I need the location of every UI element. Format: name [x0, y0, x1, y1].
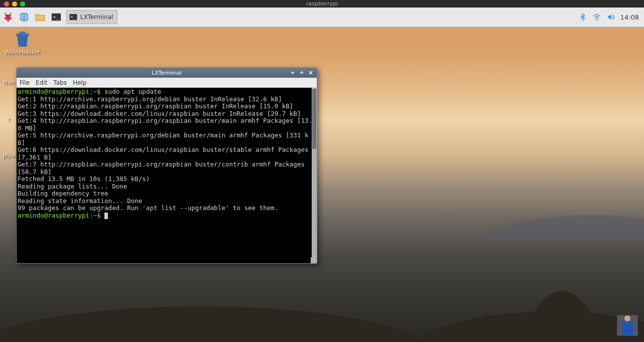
svg-point-1: [8, 15, 11, 18]
svg-point-14: [596, 20, 597, 21]
bluetooth-icon: [579, 13, 587, 21]
bluetooth-tray-icon[interactable]: [578, 13, 587, 22]
terminal-icon: >_: [68, 12, 78, 22]
terminal-command: sudo apt update: [104, 88, 161, 95]
wifi-tray-icon[interactable]: [592, 13, 601, 22]
terminal-window[interactable]: LXTerminal File Edit Tabs Help armindo@r…: [16, 67, 317, 264]
terminal-prompt: armindo@raspberrypi:~$: [18, 88, 104, 95]
globe-icon: [19, 12, 30, 23]
window-resize-handle[interactable]: [311, 257, 317, 263]
trash-icon: [12, 31, 33, 48]
svg-point-4: [9, 17, 12, 20]
terminal-output-line: Get:1 http://archive.raspberrypi.org/deb…: [18, 96, 316, 103]
scrollbar-thumb[interactable]: [312, 89, 316, 149]
raspberry-pi-icon: [3, 12, 14, 23]
menu-help[interactable]: Help: [73, 79, 86, 86]
terminal-cursor: [104, 213, 108, 219]
window-close-button[interactable]: [308, 70, 314, 76]
terminal-scrollbar[interactable]: [312, 88, 317, 263]
terminal-output-line: Get:2 http://raspbian.raspberrypi.org/ra…: [18, 103, 316, 110]
partial-desktop-icon-1[interactable]: thin: [0, 79, 18, 86]
terminal-output-line: Building dependency tree: [18, 190, 316, 198]
terminal-output-line: Reading state information... Done: [18, 198, 316, 205]
host-window-title: raspberrypi: [306, 1, 338, 7]
terminal-output-line: Fetched 13.5 MB in 10s (1,385 kB/s): [18, 176, 316, 183]
window-shade-button[interactable]: [290, 70, 296, 76]
host-titlebar: raspberrypi: [0, 0, 644, 8]
wastebasket-label: Wastebasket: [5, 49, 40, 56]
svg-point-3: [5, 17, 7, 20]
partial-desktop-icon-3[interactable]: pipa: [0, 152, 18, 159]
menu-tabs[interactable]: Tabs: [53, 79, 67, 86]
terminal-prompt: armindo@raspberrypi:~$: [18, 212, 104, 219]
taskbar-clock[interactable]: 14:08: [620, 14, 639, 21]
terminal-body[interactable]: armindo@raspberrypi:~$ sudo apt updateGe…: [17, 88, 317, 263]
terminal-output-line: Get:4 http://raspbian.raspberrypi.org/ra…: [18, 117, 316, 132]
terminal-icon: >_: [51, 12, 62, 23]
chevron-down-icon: [290, 70, 295, 75]
folder-icon: [35, 12, 46, 23]
terminal-output-line: Get:5 http://archive.raspberrypi.org/deb…: [18, 132, 316, 146]
partial-desktop-icon-2[interactable]: t: [0, 116, 18, 123]
terminal-titlebar[interactable]: LXTerminal: [17, 68, 317, 78]
file-manager-launcher[interactable]: [33, 10, 47, 24]
window-maximize-button[interactable]: [299, 70, 305, 76]
svg-point-0: [6, 15, 9, 18]
volume-tray-icon[interactable]: [606, 13, 615, 22]
host-minimize-button[interactable]: [12, 2, 17, 7]
volume-icon: [606, 13, 615, 22]
close-icon: [308, 70, 313, 75]
svg-rect-16: [20, 32, 25, 34]
taskbar: >_ >_ LXTerminal 14:08: [0, 8, 644, 27]
svg-text:>_: >_: [53, 14, 59, 20]
wastebasket-icon[interactable]: Wastebasket: [5, 31, 40, 56]
taskbar-running-app[interactable]: >_ LXTerminal: [66, 10, 117, 24]
menu-file[interactable]: File: [20, 79, 30, 86]
webcam-thumbnail[interactable]: [617, 315, 638, 336]
web-browser-launcher[interactable]: [17, 10, 31, 24]
terminal-window-title: LXTerminal: [152, 70, 182, 76]
terminal-output-line: Get:3 https://download.docker.com/linux/…: [18, 110, 316, 118]
svg-point-2: [7, 17, 10, 20]
wifi-icon: [592, 13, 601, 22]
webcam-person: [621, 320, 633, 335]
start-menu-button[interactable]: [1, 10, 15, 24]
terminal-output-line: 99 packages can be upgraded. Run 'apt li…: [18, 205, 316, 212]
host-maximize-button[interactable]: [20, 2, 25, 7]
host-close-button[interactable]: [4, 2, 9, 7]
terminal-output-line: Get:6 https://download.docker.com/linux/…: [18, 146, 316, 161]
chevron-up-icon: [299, 70, 304, 75]
terminal-output-line: Reading package lists... Done: [18, 183, 316, 191]
menu-edit[interactable]: Edit: [36, 79, 47, 86]
taskbar-app-label: LXTerminal: [80, 14, 113, 21]
terminal-menubar: File Edit Tabs Help: [17, 78, 317, 88]
terminal-launcher[interactable]: >_: [49, 10, 63, 24]
svg-text:>_: >_: [71, 15, 76, 19]
terminal-output-line: Get:7 http://raspbian.raspberrypi.org/ra…: [18, 161, 316, 176]
svg-point-5: [7, 19, 10, 22]
